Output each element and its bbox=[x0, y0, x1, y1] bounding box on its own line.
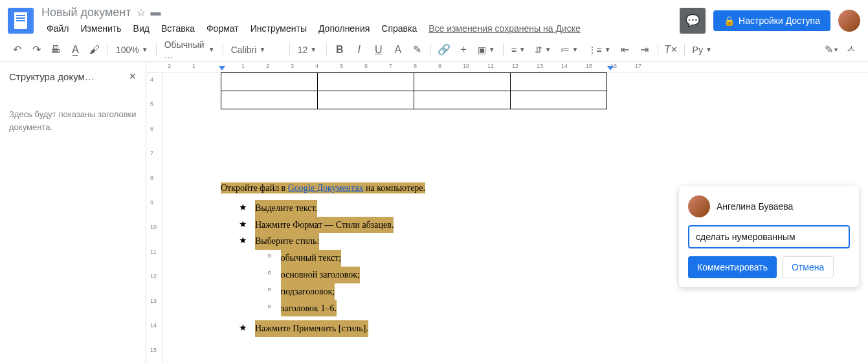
indent-decrease-button[interactable]: ⇤ bbox=[616, 41, 634, 59]
right-indent-marker[interactable] bbox=[607, 66, 614, 71]
menu-insert[interactable]: Вставка bbox=[156, 21, 200, 36]
app-logo[interactable] bbox=[8, 8, 34, 34]
bulleted-list-button[interactable]: ⋮≡▼ bbox=[584, 41, 615, 58]
save-status[interactable]: Все изменения сохранены на Диске bbox=[428, 23, 581, 34]
list-item[interactable]: Нажмите Применить [стиль]. bbox=[255, 320, 368, 337]
toolbar: ↶ ↷ 🖶 A̲ 🖌 100%▼ Обычный …▼ Calibri▼ 12▼… bbox=[0, 38, 868, 62]
text-line[interactable]: Откройте файл в Google Документах на ком… bbox=[221, 182, 425, 193]
comment-cancel-button[interactable]: Отмена bbox=[782, 256, 834, 278]
comment-history-icon[interactable]: 💬 bbox=[680, 8, 706, 34]
document-title[interactable]: Новый документ bbox=[41, 6, 131, 19]
comment-dialog: Ангелина Буваева Комментировать Отмена bbox=[679, 186, 859, 287]
print-button[interactable]: 🖶 bbox=[47, 41, 65, 59]
menu-help[interactable]: Справка bbox=[376, 21, 422, 36]
horizontal-ruler[interactable]: 2 1 1 2 3 4 5 6 7 8 9 10 11 12 13 14 15 … bbox=[146, 62, 868, 72]
lock-icon: 🔒 bbox=[724, 16, 735, 26]
style-select[interactable]: Обычный …▼ bbox=[161, 41, 219, 58]
close-outline-button[interactable]: ✕ bbox=[129, 71, 137, 82]
menu-format[interactable]: Формат bbox=[201, 21, 244, 36]
font-size-select[interactable]: 12▼ bbox=[294, 41, 322, 58]
outline-empty-text: Здесь будут показаны заголовки документа… bbox=[9, 108, 137, 133]
list-item[interactable]: Выделите текст. bbox=[255, 200, 317, 217]
bold-button[interactable]: B bbox=[331, 41, 349, 59]
list-item[interactable]: подзаголовок; bbox=[281, 283, 335, 300]
menu-tools[interactable]: Инструменты bbox=[245, 21, 312, 36]
comment-submit-button[interactable]: Комментировать bbox=[688, 256, 777, 278]
line-spacing-button[interactable]: ⇵▼ bbox=[531, 41, 555, 58]
edit-mode-button[interactable]: ✎▼ bbox=[823, 41, 841, 59]
comment-button[interactable]: ＋ bbox=[454, 41, 473, 59]
user-avatar[interactable] bbox=[838, 10, 860, 32]
vertical-ruler[interactable]: 4 5 6 7 8 9 10 11 12 13 14 15 bbox=[146, 72, 163, 363]
document-table[interactable] bbox=[221, 72, 607, 109]
redo-button[interactable]: ↷ bbox=[27, 41, 45, 59]
share-label: Настройки Доступа bbox=[739, 16, 820, 26]
circle-bullet-icon: ○ bbox=[267, 250, 272, 267]
page-content[interactable]: Откройте файл в Google Документах на ком… bbox=[179, 72, 671, 337]
indent-increase-button[interactable]: ⇥ bbox=[636, 41, 654, 59]
star-icon[interactable]: ☆ bbox=[137, 6, 146, 19]
input-tools-button[interactable]: Ру▼ bbox=[689, 41, 716, 58]
folder-icon[interactable]: ▬ bbox=[151, 6, 161, 18]
left-indent-marker[interactable] bbox=[219, 66, 225, 71]
text-color-button[interactable]: A bbox=[389, 41, 407, 59]
menu-file[interactable]: Файл bbox=[41, 21, 74, 36]
menu-addons[interactable]: Дополнения bbox=[313, 21, 375, 36]
numbered-list-button[interactable]: ≔▼ bbox=[557, 41, 583, 58]
google-docs-link[interactable]: Google Документах bbox=[288, 183, 364, 193]
star-bullet-icon: ★ bbox=[239, 200, 247, 215]
clear-format-button[interactable]: T✕ bbox=[662, 41, 680, 59]
highlight-button[interactable]: ✎ bbox=[408, 41, 427, 59]
align-button[interactable]: ≡▼ bbox=[507, 41, 529, 58]
list-item[interactable]: Выберите стиль: bbox=[255, 233, 319, 250]
star-bullet-icon: ★ bbox=[239, 233, 247, 248]
comment-input[interactable] bbox=[688, 225, 850, 248]
outline-panel: Структура докум… ✕ Здесь будут показаны … bbox=[0, 62, 146, 363]
menu-edit[interactable]: Изменить bbox=[75, 21, 126, 36]
spellcheck-button[interactable]: A̲ bbox=[66, 41, 84, 59]
undo-button[interactable]: ↶ bbox=[8, 41, 26, 59]
list-item[interactable]: Нажмите Формат — Стили абзацев. bbox=[255, 217, 394, 234]
menubar: Файл Изменить Вид Вставка Формат Инструм… bbox=[41, 21, 680, 36]
menu-view[interactable]: Вид bbox=[128, 21, 155, 36]
circle-bullet-icon: ○ bbox=[267, 300, 272, 317]
link-button[interactable]: 🔗 bbox=[435, 41, 453, 59]
underline-button[interactable]: U bbox=[370, 41, 388, 59]
star-bullet-icon: ★ bbox=[239, 320, 247, 336]
outline-title: Структура докум… bbox=[9, 71, 137, 82]
share-button[interactable]: 🔒 Настройки Доступа bbox=[713, 10, 830, 31]
zoom-select[interactable]: 100%▼ bbox=[112, 41, 152, 58]
list-item[interactable]: заголовок 1–6. bbox=[281, 300, 337, 317]
collapse-toolbar-button[interactable]: ㅅ bbox=[842, 41, 860, 59]
star-bullet-icon: ★ bbox=[239, 217, 247, 232]
commenter-avatar bbox=[688, 195, 710, 217]
paint-format-button[interactable]: 🖌 bbox=[85, 41, 104, 59]
image-button[interactable]: ▣▼ bbox=[474, 41, 499, 58]
commenter-name: Ангелина Буваева bbox=[717, 201, 793, 212]
italic-button[interactable]: I bbox=[350, 41, 368, 59]
list-item[interactable]: обычный текст; bbox=[281, 250, 341, 267]
list-item[interactable]: основной заголовок; bbox=[281, 267, 360, 283]
circle-bullet-icon: ○ bbox=[267, 267, 272, 283]
font-select[interactable]: Calibri▼ bbox=[227, 41, 285, 58]
circle-bullet-icon: ○ bbox=[267, 283, 272, 300]
